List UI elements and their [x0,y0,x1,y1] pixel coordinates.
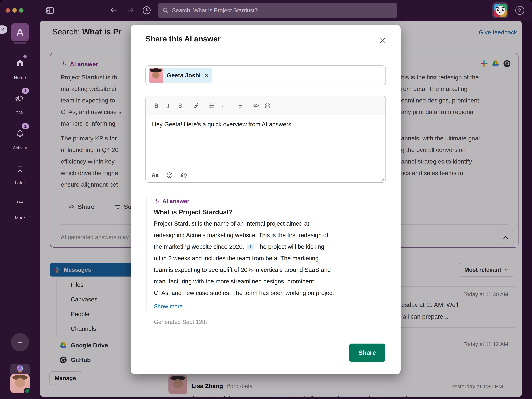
sidebar-item-activity[interactable] [0,129,40,138]
composer-message[interactable]: Hey Geeta! Here's a quick overview from … [152,121,293,128]
line-with-citation: the marketing website since 2020.1The pr… [154,243,324,250]
italic-button[interactable]: I [162,102,174,109]
sidebar-item-home[interactable] [0,58,40,67]
workspace-rail: 2 A Home 1 DMs 1 Activ [0,21,40,399]
presence-dot [24,387,30,393]
recipient-field[interactable]: Geeta Joshi [146,65,386,85]
svg-text:2: 2 [222,106,223,108]
sidebar-item-more-label: More [0,215,40,220]
strikethrough-button[interactable]: S [174,102,186,109]
recipient-name: Geeta Joshi [163,72,204,79]
top-search-bar[interactable]: Search: What is Project Stardust? [158,3,397,18]
workspace-unread-badge: 2 [0,25,7,34]
zoom-window-button[interactable] [19,8,24,13]
ai-question: What is Project Stardust? [154,208,233,216]
bulleted-list-button[interactable] [206,102,218,109]
minimize-window-button[interactable] [12,8,17,13]
ai-answer-label: AI answer [154,198,189,204]
show-more-link[interactable]: Show more [154,303,183,310]
sparkle-icon [154,198,160,204]
remove-recipient-icon[interactable] [204,73,209,78]
help-icon[interactable]: ? [515,6,524,15]
home-icon [17,59,23,66]
citation-chip[interactable]: 1 [247,244,254,250]
avatar-geeta-joshi [149,68,163,82]
numbered-list-button[interactable]: 1 2 [218,102,230,109]
close-window-button[interactable] [6,8,10,13]
add-workspace-button[interactable]: + [11,333,29,351]
share-ai-answer-modal: Share this AI answer Geeta Joshi B I S [131,25,400,374]
message-composer[interactable]: B I S [146,96,386,183]
avatar-photo [10,374,30,393]
modal-title: Share this AI answer [146,34,221,43]
share-button[interactable]: Share [349,343,385,362]
resize-handle[interactable] [380,177,384,181]
workspace-app-icon[interactable] [492,2,508,19]
code-block-button[interactable] [262,102,273,109]
bold-button[interactable]: B [150,102,162,109]
user-avatar[interactable]: 🔮 [10,364,30,393]
history-back-icon[interactable] [109,6,119,15]
sidebar-item-dms-label: DMs [0,110,40,115]
app-window: Search: What is Project Stardust? ? 2 A [0,0,532,399]
search-icon [162,7,169,14]
sidebar-item-home-label: Home [0,75,40,80]
history-clock-icon[interactable] [142,6,152,15]
sidebar-toggle-icon[interactable] [45,6,55,15]
close-icon[interactable] [379,36,387,44]
formatting-toolbar: B I S [146,96,386,115]
sidebar-item-later[interactable] [0,165,40,173]
sidebar-item-activity-label: Activity [0,145,40,150]
generated-date: Generated Sept 12th [154,319,207,325]
text-format-button[interactable]: Aa [152,172,159,178]
workspace-switcher[interactable]: A [11,23,29,41]
home-notification-dot [23,55,27,58]
status-emoji: 🔮 [10,364,30,374]
title-bar: Search: What is Project Stardust? ? [0,0,532,21]
composer-actions: Aa @ [152,171,187,179]
sidebar-item-later-label: Later [0,180,40,185]
dms-badge: 1 [22,88,29,94]
blockquote-button[interactable] [234,102,246,109]
history-forward-icon[interactable] [126,6,135,15]
quote-bar [146,197,147,311]
emoji-button[interactable] [166,172,173,179]
sidebar-item-dms[interactable] [0,94,40,103]
workspace-stack-decoration [13,42,26,44]
mention-button[interactable]: @ [181,171,187,179]
link-button[interactable] [190,102,202,109]
smiley-app-icon [494,4,507,17]
svg-text:1: 1 [222,103,223,105]
search-value: Search: What is Project Stardust? [172,7,258,14]
recipient-chip[interactable]: Geeta Joshi [149,68,212,82]
code-button[interactable]: </> [250,103,262,108]
activity-badge: 1 [22,123,29,129]
more-options-icon[interactable]: ••• [0,199,40,205]
